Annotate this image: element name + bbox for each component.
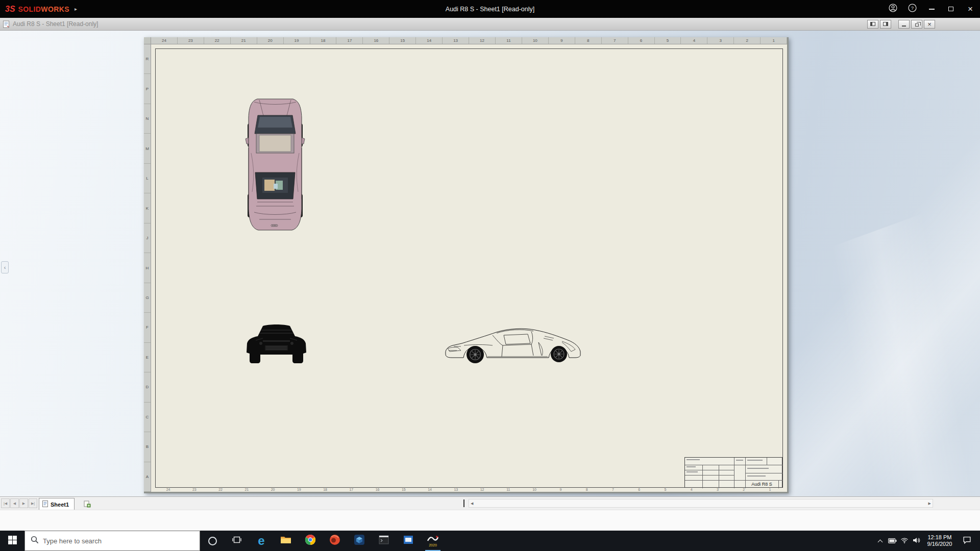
- chrome-button[interactable]: [298, 531, 323, 551]
- help-icon: ?: [908, 4, 917, 14]
- horizontal-scrollbar[interactable]: ◀ ▶: [469, 499, 933, 508]
- zone-cell-v: D: [144, 372, 151, 402]
- featuremanager-collapse-arrow[interactable]: ‹: [1, 261, 9, 273]
- windows-taskbar: e: [0, 531, 980, 551]
- account-button[interactable]: [883, 0, 902, 18]
- doc-minimize-button[interactable]: [898, 20, 910, 29]
- file-explorer-button[interactable]: [274, 531, 298, 551]
- window-title: Audi R8 S - Sheet1 [Read-only]: [446, 0, 534, 18]
- maximize-button[interactable]: [941, 0, 961, 18]
- zone-cell: 5: [655, 37, 681, 44]
- title-block[interactable]: Audi R8 S: [684, 457, 782, 488]
- status-bar: [0, 510, 980, 531]
- task-view-icon: [232, 535, 241, 546]
- action-center-button[interactable]: [957, 531, 977, 551]
- zone-cell: 20: [257, 37, 284, 44]
- app-titlebar: 3S SOLIDWORKS ▸ Audi R8 S - Sheet1 [Read…: [0, 0, 980, 18]
- zone-cell: 16: [363, 37, 389, 44]
- wifi-icon: [900, 536, 909, 545]
- i-beam-cursor: [463, 499, 464, 507]
- blue-cube-app-icon: [354, 534, 365, 547]
- window-controls: ? ×: [883, 0, 980, 18]
- pane-toggle-left-button[interactable]: [867, 20, 878, 29]
- zone-cell: 13: [443, 37, 469, 44]
- solidworks-taskbar-button[interactable]: 2020: [421, 531, 445, 551]
- previous-sheet-button[interactable]: ◀: [10, 498, 19, 508]
- brand-works: WORKS: [41, 5, 69, 13]
- doc-restore-icon: [915, 23, 919, 27]
- last-sheet-button[interactable]: ▶|: [29, 498, 37, 508]
- zone-cell-b: 10: [522, 487, 548, 492]
- task-view-button[interactable]: [225, 531, 249, 551]
- drawing-sheet[interactable]: 242322212019181716151413121110987654321: [151, 44, 787, 492]
- pane-toggle-right-button[interactable]: [880, 20, 891, 29]
- zone-cell: 23: [178, 37, 204, 44]
- doc-close-button[interactable]: ×: [924, 20, 935, 29]
- brand-solid: SOLID: [18, 5, 41, 13]
- dassault-3ds-icon: 3S: [5, 5, 15, 14]
- zone-cell-v: N: [144, 104, 151, 134]
- close-button[interactable]: ×: [961, 0, 980, 18]
- start-button[interactable]: [0, 531, 24, 551]
- zone-cell: 24: [151, 37, 178, 44]
- sheet-frame: 242322212019181716151413121110987654321 …: [144, 37, 789, 493]
- ruler-top: 242322212019181716151413121110987654321: [151, 37, 787, 44]
- blue-window-app-button[interactable]: [396, 531, 421, 551]
- clock-time: 12:18 PM: [923, 534, 957, 541]
- zone-cell-b: 15: [390, 487, 416, 492]
- taskbar-search[interactable]: [24, 531, 200, 551]
- drawing-view-side[interactable]: [444, 325, 584, 365]
- tray-expand-button[interactable]: [874, 531, 886, 551]
- pane-left-icon: [870, 22, 875, 26]
- network-button[interactable]: [898, 531, 911, 551]
- zone-cell-b: 8: [574, 487, 600, 492]
- document-window-controls: ×: [866, 20, 935, 29]
- account-icon: [889, 4, 897, 14]
- doc-restore-button[interactable]: [911, 20, 922, 29]
- scroll-right-icon[interactable]: ▶: [928, 502, 931, 506]
- blue-cube-app-button[interactable]: [347, 531, 372, 551]
- add-sheet-button[interactable]: [82, 499, 93, 509]
- scroll-left-icon[interactable]: ◀: [471, 502, 473, 506]
- solidworks-logo: 3S SOLIDWORKS ▸: [0, 5, 117, 14]
- tab-sheet1[interactable]: Sheet1: [39, 498, 75, 510]
- edge-button[interactable]: e: [249, 531, 274, 551]
- zone-cell: 2: [734, 37, 761, 44]
- help-button[interactable]: ?: [902, 0, 922, 18]
- screen: 3S SOLIDWORKS ▸ Audi R8 S - Sheet1 [Read…: [0, 0, 980, 551]
- zone-cell-b: 21: [234, 487, 260, 492]
- battery-button[interactable]: [886, 531, 898, 551]
- zone-cell: 22: [204, 37, 231, 44]
- red-app-button[interactable]: [323, 531, 347, 551]
- cortana-button[interactable]: [200, 531, 225, 551]
- zone-cell-b: 13: [443, 487, 469, 492]
- zone-cell-v: A: [144, 462, 151, 492]
- zone-cell-v: M: [144, 134, 151, 163]
- doc-minimize-icon: [902, 26, 906, 27]
- start-icon: [8, 536, 17, 546]
- drawing-view-top[interactable]: [244, 97, 306, 233]
- zone-cell-v: P: [144, 74, 151, 104]
- zone-cell-b: 24: [155, 487, 181, 492]
- search-input[interactable]: [43, 537, 194, 545]
- minimize-button[interactable]: [922, 0, 941, 18]
- taskbar-clock[interactable]: 12:18 PM 9/16/2020: [923, 534, 957, 547]
- dark-window-app-icon: [378, 534, 389, 547]
- brand-flyout-arrow[interactable]: ▸: [75, 6, 77, 12]
- zone-cell-b: 3: [704, 487, 730, 492]
- zone-cell: 18: [310, 37, 337, 44]
- zone-cell-b: 5: [652, 487, 678, 492]
- volume-button[interactable]: [911, 531, 923, 551]
- bottom-zone-numbers: 242322212019181716151413121110987654321: [155, 487, 783, 492]
- drawing-view-front[interactable]: [246, 323, 308, 364]
- next-sheet-button[interactable]: ▶: [19, 498, 28, 508]
- first-sheet-button[interactable]: |◀: [1, 498, 10, 508]
- solidworks-year-badge: 2020: [429, 543, 437, 547]
- sheet-tab-navigation: |◀ ◀ ▶ ▶|: [1, 498, 38, 508]
- zone-cell-v: R: [144, 44, 151, 74]
- dark-window-app-button[interactable]: [372, 531, 396, 551]
- zone-cell-b: 23: [181, 487, 207, 492]
- zone-cell-v: B: [144, 432, 151, 462]
- brand-text: SOLIDWORKS: [18, 5, 69, 13]
- graphics-viewport[interactable]: ‹ 24232221201918171615141312111098765432…: [0, 31, 980, 496]
